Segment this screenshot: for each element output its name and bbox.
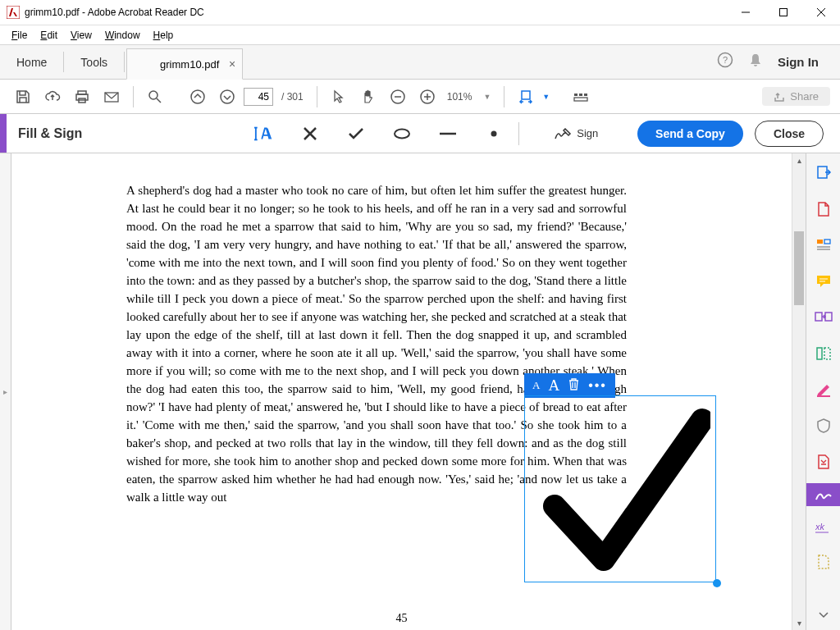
separator [504, 86, 504, 107]
resize-handle[interactable] [713, 579, 721, 587]
minimize-button[interactable] [727, 0, 765, 25]
panel-chevron-icon[interactable] [815, 609, 833, 622]
save-icon[interactable] [10, 84, 36, 110]
more-options-icon[interactable]: ••• [588, 378, 607, 393]
tab-tools[interactable]: Tools [64, 45, 124, 79]
zoom-dropdown-icon[interactable]: ▼ [478, 93, 495, 101]
checkmark-annotation[interactable] [538, 408, 710, 572]
page-number-input[interactable] [244, 88, 273, 106]
fill-sign-toolbar: Fill & Sign Sign Send a Copy Close [0, 114, 840, 153]
svg-rect-34 [817, 240, 823, 244]
titlebar: grimm10.pdf - Adobe Acrobat Reader DC [0, 0, 840, 25]
svg-point-14 [221, 90, 234, 103]
app-icon [7, 6, 20, 19]
text-tool-icon[interactable] [254, 124, 274, 144]
menu-file[interactable]: File [5, 28, 34, 43]
hand-icon[interactable] [355, 84, 381, 110]
svg-rect-40 [815, 313, 822, 321]
tab-close-icon[interactable]: × [229, 57, 235, 71]
increase-size-icon[interactable]: A [548, 377, 559, 395]
fill-sign-panel-icon[interactable] [806, 483, 841, 506]
svg-point-13 [191, 90, 204, 103]
bell-icon[interactable] [748, 52, 763, 71]
separator [317, 86, 317, 107]
zoom-search-icon[interactable] [142, 84, 168, 110]
sign-tool[interactable]: Sign [554, 126, 598, 142]
svg-rect-43 [824, 348, 830, 359]
tab-document[interactable]: grimm10.pdf × [126, 48, 243, 80]
svg-point-32 [491, 130, 497, 136]
menu-view[interactable]: View [64, 28, 98, 43]
help-icon[interactable]: ? [717, 52, 733, 72]
right-tools-panel: xk [806, 153, 840, 630]
circle-tool-icon[interactable] [392, 124, 412, 144]
close-window-button[interactable] [802, 0, 840, 25]
delete-annotation-icon[interactable] [568, 377, 580, 394]
read-mode-icon[interactable] [568, 84, 594, 110]
menu-help[interactable]: Help [147, 28, 180, 43]
fit-width-icon[interactable] [513, 84, 539, 110]
document-area[interactable]: A shepherd's dog had a master who took n… [11, 153, 792, 630]
sign-label: Sign [577, 127, 598, 139]
check-tool-icon[interactable] [346, 124, 366, 144]
fit-dropdown-icon[interactable]: ▼ [542, 93, 550, 101]
prev-page-icon[interactable] [185, 84, 211, 110]
scroll-thumb[interactable] [794, 231, 804, 305]
fill-sign-title: Fill & Sign [7, 126, 82, 141]
page-number: 45 [396, 612, 408, 625]
edit-pdf-icon[interactable] [815, 237, 833, 253]
svg-rect-42 [817, 348, 822, 359]
decrease-size-icon[interactable]: A [532, 379, 540, 392]
zoom-out-icon[interactable] [385, 84, 411, 110]
share-button[interactable]: Share [762, 87, 830, 106]
cloud-upload-icon[interactable] [39, 84, 66, 110]
main-toolbar: / 301 101% ▼ ▼ Share [0, 80, 840, 114]
page-total-label: / 301 [276, 91, 308, 103]
zoom-level-label: 101% [444, 91, 476, 103]
print-icon[interactable] [69, 84, 95, 110]
redact-icon[interactable] [815, 381, 833, 398]
svg-rect-20 [522, 91, 530, 99]
scroll-up-icon[interactable]: ▴ [792, 153, 806, 167]
next-page-icon[interactable] [214, 84, 240, 110]
dot-tool-icon[interactable] [484, 124, 504, 144]
svg-text:?: ? [723, 55, 728, 65]
combine-files-icon[interactable] [815, 309, 833, 326]
line-tool-icon[interactable] [438, 124, 458, 144]
left-panel-toggle[interactable]: ▸ [0, 153, 11, 630]
signin-button[interactable]: Sign In [778, 55, 819, 69]
svg-text:xk: xk [815, 522, 825, 532]
close-button[interactable]: Close [755, 121, 824, 147]
window-title: grimm10.pdf - Adobe Acrobat Reader DC [25, 7, 727, 18]
protect-icon[interactable] [815, 418, 833, 434]
tab-home[interactable]: Home [0, 45, 63, 79]
zoom-in-icon[interactable] [414, 84, 441, 110]
workspace: ▸ A shepherd's dog had a master who took… [0, 153, 840, 630]
svg-rect-35 [824, 240, 830, 244]
more-tools-icon[interactable]: xk [815, 519, 833, 534]
accent-bar [0, 114, 7, 153]
svg-rect-23 [584, 94, 587, 96]
cross-tool-icon[interactable] [300, 124, 320, 144]
compress-icon[interactable] [815, 454, 833, 470]
pointer-icon[interactable] [326, 84, 352, 110]
svg-point-30 [395, 129, 409, 138]
create-pdf-icon[interactable] [815, 201, 833, 217]
menu-edit[interactable]: Edit [34, 28, 64, 43]
share-icon [774, 91, 785, 103]
scroll-down-icon[interactable]: ▾ [792, 616, 806, 630]
svg-rect-44 [817, 395, 830, 397]
send-copy-button[interactable]: Send a Copy [637, 121, 743, 147]
tab-row: Home Tools grimm10.pdf × ? Sign In [0, 45, 840, 80]
vertical-scrollbar[interactable]: ▴ ▾ [792, 153, 806, 630]
comment-icon[interactable] [815, 273, 833, 290]
email-icon[interactable] [98, 84, 125, 110]
organize-pages-icon[interactable] [815, 345, 833, 362]
signature-icon [554, 126, 572, 142]
maximize-button[interactable] [765, 0, 802, 25]
svg-rect-41 [825, 313, 832, 321]
menu-window[interactable]: Window [98, 28, 147, 43]
export-pdf-icon[interactable] [815, 165, 833, 181]
convert-icon[interactable] [815, 554, 833, 570]
menubar: File Edit View Window Help [0, 25, 840, 45]
